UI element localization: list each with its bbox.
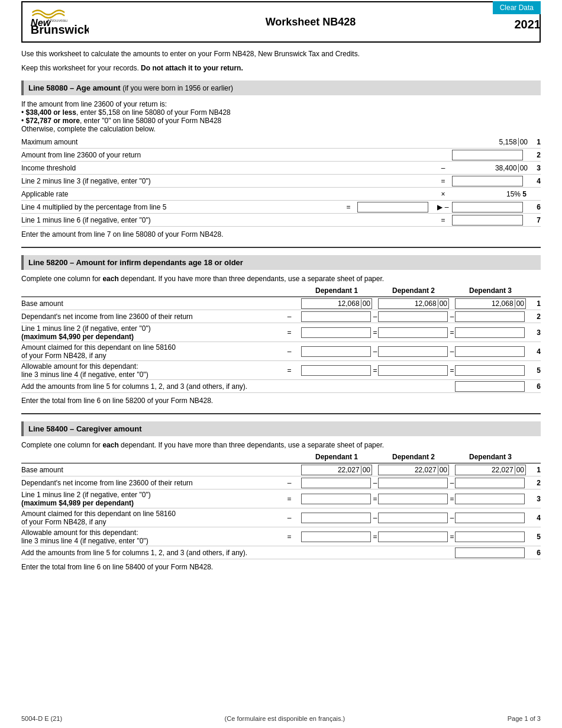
caregiver-row5-dep2[interactable]	[378, 531, 448, 542]
infirm-row3-dep3[interactable]	[455, 327, 525, 338]
nb-logo: New ✦Nouveau Brunswick	[30, 7, 89, 37]
age-enter-note: Enter the amount from line 7 on line 580…	[21, 230, 541, 239]
caregiver-row6-total[interactable]	[455, 547, 525, 558]
caregiver-enter-note: Enter the total from line 6 on line 5840…	[21, 563, 541, 571]
infirm-row2-label: Dependant's net income from line 23600 o…	[21, 313, 277, 321]
caregiver-row4-dep3[interactable]	[455, 513, 525, 523]
svg-text:Brunswick: Brunswick	[31, 23, 89, 36]
infirm-row3-dep1[interactable]	[301, 327, 371, 338]
intro-line1: Use this worksheet to calculate the amou…	[21, 49, 541, 59]
footer-left: 5004-D E (21)	[21, 715, 62, 722]
age-row3-label: Income threshold	[21, 164, 434, 172]
caregiver-dep1-header: Dependant 1	[301, 453, 372, 461]
infirm-row5-dep2[interactable]	[378, 365, 448, 376]
age-calc-table: Maximum amount 5,158 00 1 Amount from li…	[21, 136, 541, 227]
age-row2-input[interactable]	[452, 150, 523, 160]
caregiver-row3-dep3[interactable]	[455, 494, 525, 504]
age-amount-title: Line 58080 – Age amount	[28, 83, 121, 92]
age-row4-input[interactable]	[452, 176, 523, 186]
age-row1-value: 5,158	[499, 138, 518, 146]
clear-data-button[interactable]: Clear Data	[493, 1, 541, 14]
caregiver-dep3-header: Dependant 3	[455, 453, 526, 461]
svg-text:✦Nouveau: ✦Nouveau	[47, 18, 67, 23]
infirm-dep2-header: Dependant 2	[378, 286, 449, 295]
age-row7-input[interactable]	[452, 215, 523, 226]
caregiver-row5-dep1[interactable]	[301, 531, 371, 542]
infirm-row3-label: Line 1 minus line 2 (if negative, enter …	[21, 324, 277, 341]
caregiver-row2-dep1[interactable]	[301, 478, 371, 488]
infirm-row1-label: Base amount	[21, 299, 277, 308]
header-box: New ✦Nouveau Brunswick Worksheet NB428	[21, 1, 541, 43]
caregiver-row4-dep1[interactable]	[301, 513, 371, 523]
infirm-section-header: Line 58200 – Amount for infirm dependant…	[21, 255, 541, 270]
caregiver-row3-dep2[interactable]	[378, 494, 448, 504]
nb-logo-svg: New ✦Nouveau Brunswick	[30, 7, 89, 37]
infirm-dep-table: Dependant 1 Dependant 2 Dependant 3 Base…	[21, 286, 541, 393]
caregiver-section-header: Line 58400 – Caregiver amount	[21, 421, 541, 436]
infirm-row6-label: Add the amounts from line 5 for columns …	[21, 382, 455, 391]
infirm-row4-dep2[interactable]	[378, 346, 448, 357]
age-row6-arrow: ▶ –	[434, 203, 452, 211]
infirm-row2-dep3[interactable]	[455, 311, 525, 322]
infirm-col-note: Complete one column for each dependant. …	[21, 275, 541, 283]
age-row4-op: =	[434, 177, 452, 185]
age-row5-op: ×	[434, 190, 452, 198]
caregiver-dep2-header: Dependant 2	[378, 453, 449, 461]
age-row2-linenum: 2	[529, 151, 541, 159]
age-row7-label: Line 1 minus line 6 (if negative, enter …	[21, 216, 434, 224]
caregiver-row2-dep2[interactable]	[378, 478, 448, 488]
infirm-enter-note: Enter the total from line 6 on line 5820…	[21, 397, 541, 405]
caregiver-row4-label: Amount claimed for this dependant on lin…	[21, 510, 277, 526]
age-row6-input1[interactable]	[357, 202, 428, 212]
age-amount-sub: (if you were born in 1956 or earlier)	[122, 84, 233, 92]
caregiver-col-note: Complete one column for each dependant. …	[21, 441, 541, 449]
infirm-row5-dep3[interactable]	[455, 365, 525, 376]
caregiver-row2-label: Dependant's net income from line 23600 o…	[21, 479, 277, 487]
age-amount-section-header: Line 58080 – Age amount (if you were bor…	[21, 80, 541, 95]
worksheet-title: Worksheet NB428	[89, 16, 532, 28]
footer-right: Page 1 of 3	[508, 715, 541, 722]
caregiver-row2-dep3[interactable]	[455, 478, 525, 488]
caregiver-row6-label: Add the amounts from line 5 for columns …	[21, 549, 455, 557]
age-row6-linenum: 6	[529, 203, 541, 211]
caregiver-row3-label: Line 1 minus line 2 (if negative, enter …	[21, 491, 277, 507]
infirm-row6-total[interactable]	[455, 381, 525, 392]
infirm-row3-dep2[interactable]	[378, 327, 448, 338]
age-row1-linenum: 1	[529, 138, 541, 146]
caregiver-row5-dep3[interactable]	[455, 531, 525, 542]
infirm-dep1-header: Dependant 1	[301, 286, 372, 295]
caregiver-dep-table: Dependant 1 Dependant 2 Dependant 3 Base…	[21, 453, 541, 559]
age-row7-op: =	[434, 216, 452, 224]
infirm-row2-dep2[interactable]	[378, 311, 448, 322]
age-row5-label: Applicable rate	[21, 190, 434, 198]
caregiver-row4-dep2[interactable]	[378, 513, 448, 523]
main-content: Use this worksheet to calculate the amou…	[21, 49, 541, 571]
age-row3-op: –	[434, 164, 452, 172]
intro-section: Use this worksheet to calculate the amou…	[21, 49, 541, 73]
age-row3-cents: 00	[518, 164, 529, 172]
age-row7-linenum: 7	[529, 216, 541, 224]
age-bullets: If the amount from line 23600 of your re…	[21, 100, 541, 133]
intro-line2: Keep this worksheet for your records. Do…	[21, 63, 541, 73]
age-row6-label: Line 4 multiplied by the percentage from…	[21, 203, 340, 211]
age-row4-linenum: 4	[529, 177, 541, 185]
age-row4-label: Line 2 minus line 3 (if negative, enter …	[21, 177, 434, 185]
age-row1-label: Maximum amount	[21, 138, 452, 146]
infirm-row4-dep3[interactable]	[455, 346, 525, 357]
age-row3-value: 38,400	[495, 164, 518, 172]
year-badge: 2021	[515, 18, 541, 31]
infirm-row4-label: Amount claimed for this dependant on lin…	[21, 343, 277, 360]
infirm-row2-dep1[interactable]	[301, 311, 371, 322]
infirm-title: Line 58200 – Amount for infirm dependant…	[28, 258, 243, 267]
age-row5-value: 15% 5	[452, 190, 529, 198]
infirm-row4-dep1[interactable]	[301, 346, 371, 357]
age-row6-input2[interactable]	[452, 202, 523, 212]
footer-center: (Ce formulaire est disponible en françai…	[225, 715, 345, 722]
age-row1-cents: 00	[518, 138, 529, 146]
caregiver-row3-dep1[interactable]	[301, 494, 371, 504]
caregiver-row1-label: Base amount	[21, 466, 277, 474]
infirm-row5-label: Allowable amount for this dependant:line…	[21, 362, 277, 379]
footer: 5004-D E (21) (Ce formulaire est disponi…	[21, 715, 541, 722]
age-row6-op: =	[340, 203, 357, 211]
infirm-row5-dep1[interactable]	[301, 365, 371, 376]
